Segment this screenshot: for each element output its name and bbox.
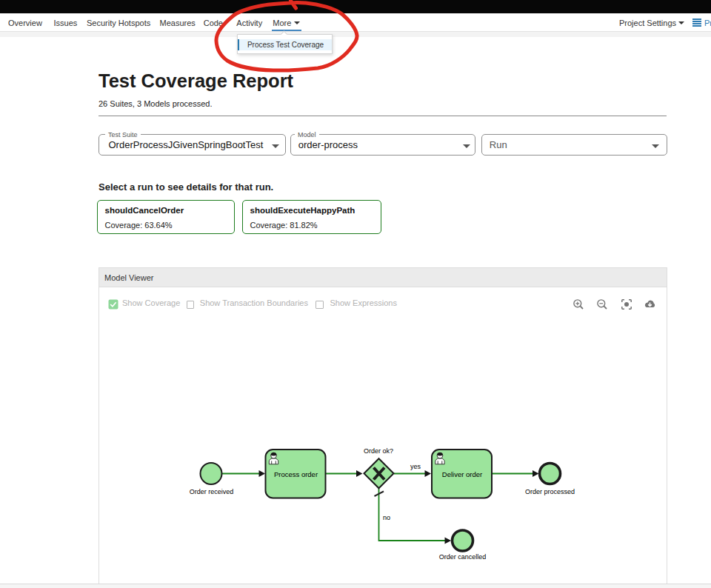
svg-text:Process order: Process order [274, 470, 318, 478]
svg-text:Deliver order: Deliver order [442, 470, 482, 478]
svg-text:Order received: Order received [190, 488, 234, 495]
svg-text:Order cancelled: Order cancelled [439, 553, 487, 561]
svg-text:Order ok?: Order ok? [364, 447, 393, 455]
svg-text:no: no [383, 514, 390, 521]
svg-text:yes: yes [410, 463, 421, 470]
svg-text:Order processed: Order processed [525, 488, 575, 495]
